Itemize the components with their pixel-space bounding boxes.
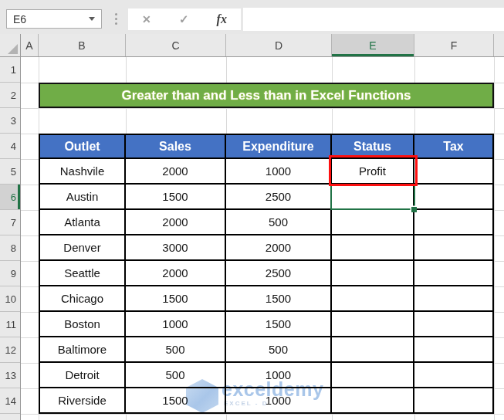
row-header-1[interactable]: 1: [0, 57, 20, 83]
cell-b10[interactable]: Chicago: [39, 286, 126, 312]
gridline: [21, 414, 504, 415]
cell-f11[interactable]: [414, 312, 494, 337]
formula-bar-buttons: ✕ ✓ fx: [128, 8, 241, 30]
cell-b8[interactable]: Denver: [39, 235, 126, 261]
row-header-12[interactable]: 12: [0, 337, 20, 363]
cube-icon: [186, 379, 218, 413]
cell-c8[interactable]: 3000: [126, 235, 226, 261]
title-banner[interactable]: Greater than and Less than in Excel Func…: [39, 83, 494, 108]
cell-b13[interactable]: Detroit: [39, 363, 126, 388]
cell-e12[interactable]: [332, 337, 414, 363]
cell-b12[interactable]: Baltimore: [39, 337, 126, 363]
row-header-partial: [0, 414, 20, 420]
gridline: [21, 108, 504, 109]
cell-c7[interactable]: 2000: [126, 210, 226, 235]
fill-handle[interactable]: [411, 207, 417, 212]
cell-d6[interactable]: 2500: [226, 185, 332, 210]
cell-d12[interactable]: 500: [226, 337, 332, 363]
cell-f13[interactable]: [414, 363, 494, 388]
table-header-outlet[interactable]: Outlet: [39, 134, 126, 159]
cell-b9[interactable]: Seattle: [39, 261, 126, 286]
watermark: exceldemy EXCEL - D: [186, 379, 323, 413]
column-header-f[interactable]: F: [414, 34, 494, 56]
name-box[interactable]: E6: [6, 9, 102, 29]
select-all-icon: [8, 44, 18, 54]
row-header-4[interactable]: 4: [0, 134, 20, 159]
column-header-partial: [494, 34, 504, 56]
cell-d10[interactable]: 1500: [226, 286, 332, 312]
cell-f6[interactable]: [414, 185, 494, 210]
column-header-c[interactable]: C: [126, 34, 226, 56]
cell-e11[interactable]: [332, 312, 414, 337]
cell-e10[interactable]: [332, 286, 414, 312]
table-header-expenditure[interactable]: Expenditure: [226, 134, 332, 159]
row-header-6[interactable]: 6: [0, 185, 20, 210]
cell-e14[interactable]: [332, 388, 414, 414]
watermark-brand: exceldemy: [222, 379, 323, 399]
formula-bar-options-icon[interactable]: [113, 11, 119, 26]
cell-f9[interactable]: [414, 261, 494, 286]
data-table: Outlet Sales Expenditure Status Tax Nash…: [39, 134, 494, 414]
cell-c12[interactable]: 500: [126, 337, 226, 363]
cell-e13[interactable]: [332, 363, 414, 388]
column-header-a[interactable]: A: [21, 34, 39, 56]
cell-d7[interactable]: 500: [226, 210, 332, 235]
cell-f14[interactable]: [414, 388, 494, 414]
select-all-button[interactable]: [0, 34, 21, 56]
cell-e8[interactable]: [332, 235, 414, 261]
cell-e7[interactable]: [332, 210, 414, 235]
row-header-7[interactable]: 7: [0, 210, 20, 235]
cell-f5[interactable]: [414, 159, 494, 185]
gridline: [494, 57, 495, 420]
row-header-10[interactable]: 10: [0, 286, 20, 312]
cell-d8[interactable]: 2000: [226, 235, 332, 261]
cell-d9[interactable]: 2500: [226, 261, 332, 286]
cell-b14[interactable]: Riverside: [39, 388, 126, 414]
enter-icon[interactable]: ✓: [179, 12, 189, 26]
insert-function-icon[interactable]: fx: [217, 12, 227, 26]
cell-e9[interactable]: [332, 261, 414, 286]
column-header-b[interactable]: B: [39, 34, 126, 56]
name-box-value: E6: [13, 13, 26, 25]
watermark-tagline: EXCEL - D: [222, 400, 323, 407]
excel-window: E6 ✕ ✓ fx A B C D E F 1 2 3 4 5 6 7 8 9 …: [0, 0, 504, 420]
row-header-14[interactable]: 14: [0, 388, 20, 414]
column-headers: A B C D E F: [0, 34, 504, 57]
row-header-9[interactable]: 9: [0, 261, 20, 286]
cell-b11[interactable]: Boston: [39, 312, 126, 337]
cell-f7[interactable]: [414, 210, 494, 235]
row-header-8[interactable]: 8: [0, 235, 20, 261]
row-header-13[interactable]: 13: [0, 363, 20, 388]
cell-c9[interactable]: 2000: [126, 261, 226, 286]
row-header-5[interactable]: 5: [0, 159, 20, 185]
cell-d5[interactable]: 1000: [226, 159, 332, 185]
table-header-sales[interactable]: Sales: [126, 134, 226, 159]
cell-b6[interactable]: Austin: [39, 185, 126, 210]
cell-d11[interactable]: 1500: [226, 312, 332, 337]
cancel-icon[interactable]: ✕: [142, 13, 151, 25]
row-header-3[interactable]: 3: [0, 108, 20, 134]
row-headers: 1 2 3 4 5 6 7 8 9 10 11 12 13 14: [0, 57, 21, 420]
row-header-11[interactable]: 11: [0, 312, 20, 337]
active-cell-selection[interactable]: [330, 185, 415, 210]
cell-b5[interactable]: Nashvile: [39, 159, 126, 185]
formula-bar-area: E6 ✕ ✓ fx: [0, 0, 504, 34]
red-highlight-box: [329, 155, 418, 186]
cell-c5[interactable]: 2000: [126, 159, 226, 185]
table-header-tax[interactable]: Tax: [414, 134, 494, 159]
cell-c10[interactable]: 1500: [126, 286, 226, 312]
cell-c11[interactable]: 1000: [126, 312, 226, 337]
column-header-d[interactable]: D: [226, 34, 332, 56]
cell-f10[interactable]: [414, 286, 494, 312]
column-header-e[interactable]: E: [332, 34, 414, 56]
cell-f12[interactable]: [414, 337, 494, 363]
formula-input[interactable]: [243, 8, 504, 31]
cell-b7[interactable]: Atlanta: [39, 210, 126, 235]
cell-c6[interactable]: 1500: [126, 185, 226, 210]
name-box-dropdown-icon[interactable]: [89, 17, 95, 21]
cell-f8[interactable]: [414, 235, 494, 261]
row-header-2[interactable]: 2: [0, 83, 20, 108]
